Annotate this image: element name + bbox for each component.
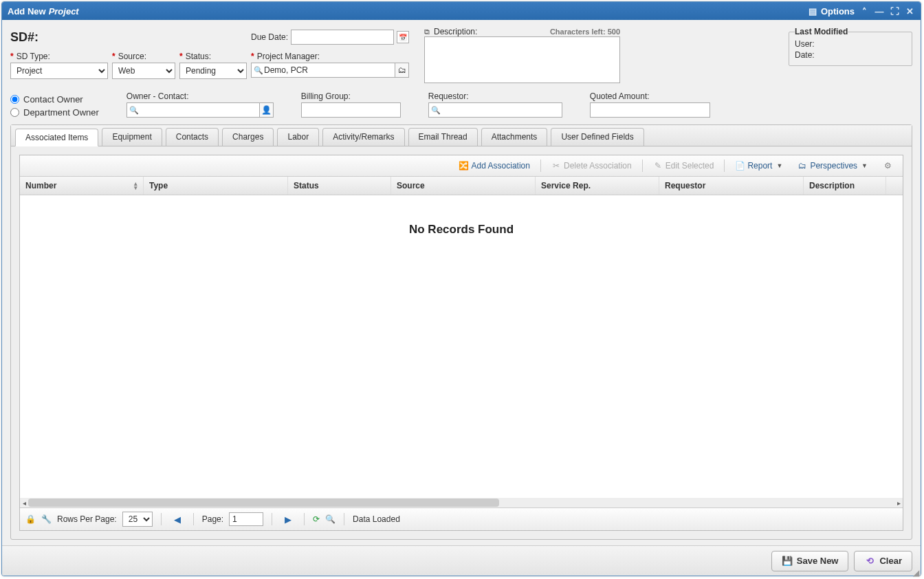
col-status[interactable]: Status: [288, 177, 391, 195]
popout-icon[interactable]: ⧉: [424, 28, 430, 36]
col-description[interactable]: Description: [804, 177, 886, 195]
col-number[interactable]: Number▴▾: [20, 177, 144, 195]
description-label: Description:: [434, 27, 477, 36]
requestor-label: Requestor:: [428, 91, 562, 101]
tab-attachments[interactable]: Attachments: [481, 128, 548, 146]
contact-owner-radio[interactable]: Contact Owner: [10, 94, 99, 105]
delete-association-button: ✂Delete Association: [545, 158, 638, 173]
last-modified-box: Last Modified User: Date:: [789, 27, 912, 66]
options-icon[interactable]: ▤: [807, 6, 818, 17]
pm-input[interactable]: [251, 63, 395, 78]
pager-status: Data Loaded: [353, 514, 400, 524]
col-source[interactable]: Source: [391, 177, 536, 195]
pm-label: Project Manager:: [257, 52, 320, 61]
grid-pager: 🔒 🔧 Rows Per Page: 25 ◀ Page: ▶ ⟳ 🔍 Data: [20, 507, 903, 530]
clear-icon: ⟲: [864, 556, 875, 567]
save-new-button[interactable]: 💾Save New: [771, 551, 849, 571]
scroll-left-icon[interactable]: ◂: [20, 499, 28, 507]
tab-activity-remarks[interactable]: Activity/Remarks: [322, 128, 404, 146]
gear-icon: ⚙: [883, 161, 892, 171]
perspectives-button[interactable]: 🗂Perspectives▼: [791, 158, 874, 173]
tab-charges[interactable]: Charges: [222, 128, 274, 146]
rows-per-page-label: Rows Per Page:: [57, 514, 117, 524]
status-select[interactable]: Pending: [179, 63, 247, 79]
sort-icon[interactable]: ▴▾: [134, 182, 138, 190]
edit-icon: ✎: [653, 161, 663, 171]
title-prefix: Add New: [8, 6, 46, 17]
tab-contacts[interactable]: Contacts: [166, 128, 219, 146]
requestor-input[interactable]: [428, 102, 562, 118]
delete-association-icon: ✂: [551, 161, 561, 171]
sd-number-label: SD#:: [10, 30, 38, 45]
required-icon: *: [10, 52, 14, 61]
page-label: Page:: [202, 514, 223, 524]
minimize-icon[interactable]: —: [874, 6, 885, 17]
add-contact-icon[interactable]: 👤: [260, 102, 274, 118]
chevron-down-icon: ▼: [861, 162, 868, 169]
report-button[interactable]: 📄Report▼: [729, 158, 789, 173]
billing-group-input[interactable]: [301, 102, 401, 118]
clear-button[interactable]: ⟲Clear: [854, 551, 912, 571]
last-modified-date: Date:: [795, 50, 906, 60]
title-suffix: Project: [49, 6, 79, 17]
owner-contact-label: Owner - Contact:: [126, 91, 274, 101]
owner-contact-input[interactable]: [126, 102, 260, 118]
col-service-rep[interactable]: Service Rep.: [536, 177, 659, 195]
tabs: Associated Items Equipment Contacts Char…: [11, 125, 912, 146]
no-records-label: No Records Found: [20, 195, 903, 498]
grid-header: Number▴▾ Type Status Source Service Rep.…: [20, 177, 903, 195]
due-date-input[interactable]: [291, 30, 394, 45]
page-input[interactable]: [229, 512, 263, 526]
lock-icon[interactable]: 🔒: [25, 514, 36, 524]
department-owner-radio[interactable]: Department Owner: [10, 107, 99, 118]
card-icon[interactable]: 🗂: [395, 63, 409, 78]
chars-left-label: Characters left: 500: [550, 28, 620, 36]
save-icon: 💾: [782, 556, 793, 567]
sd-type-label: SD Type:: [16, 52, 50, 61]
wrench-icon[interactable]: 🔧: [41, 514, 52, 524]
department-owner-input[interactable]: [10, 108, 19, 117]
last-modified-legend: Last Modified: [795, 27, 848, 36]
scrollbar-thumb[interactable]: [28, 499, 499, 507]
sd-type-select[interactable]: Project: [10, 63, 108, 79]
close-icon[interactable]: ✕: [904, 6, 915, 17]
tab-associated-items[interactable]: Associated Items: [15, 129, 98, 146]
perspectives-icon: 🗂: [798, 161, 807, 171]
rows-per-page-select[interactable]: 25: [122, 512, 153, 527]
horizontal-scrollbar[interactable]: ◂ ▸: [20, 498, 903, 507]
edit-selected-button: ✎Edit Selected: [647, 158, 720, 173]
required-icon: *: [179, 52, 183, 61]
tab-equipment[interactable]: Equipment: [102, 128, 162, 146]
settings-button[interactable]: ⚙: [877, 158, 899, 173]
tab-user-defined-fields[interactable]: User Defined Fields: [551, 128, 644, 146]
scroll-right-icon[interactable]: ▸: [894, 499, 903, 507]
source-select[interactable]: Web: [112, 63, 175, 79]
quoted-amount-input[interactable]: [590, 102, 710, 118]
description-textarea[interactable]: [424, 36, 620, 83]
titlebar[interactable]: Add New Project ▤ Options ˄ — ⛶ ✕: [2, 2, 921, 20]
footer: 💾Save New ⟲Clear: [2, 545, 921, 576]
contact-owner-input[interactable]: [10, 95, 19, 104]
tab-labor[interactable]: Labor: [277, 128, 319, 146]
add-association-button[interactable]: 🔀Add Association: [453, 158, 536, 173]
tab-email-thread[interactable]: Email Thread: [408, 128, 478, 146]
search-icon[interactable]: 🔍: [325, 514, 336, 524]
due-date-label: Due Date:: [251, 32, 288, 42]
collapse-icon[interactable]: ˄: [859, 6, 870, 17]
required-icon: *: [251, 52, 254, 61]
status-label: Status:: [186, 52, 211, 61]
options-label[interactable]: Options: [821, 6, 855, 17]
chevron-down-icon: ▼: [776, 162, 782, 169]
report-icon: 📄: [735, 161, 745, 171]
refresh-icon[interactable]: ⟳: [313, 514, 320, 524]
grid-toolbar: 🔀Add Association ✂Delete Association ✎Ed…: [20, 155, 903, 177]
maximize-icon[interactable]: ⛶: [889, 6, 900, 17]
col-requestor[interactable]: Requestor: [659, 177, 804, 195]
next-page-button[interactable]: ▶: [280, 514, 296, 525]
col-type[interactable]: Type: [144, 177, 288, 195]
prev-page-button[interactable]: ◀: [170, 514, 185, 525]
last-modified-user: User:: [795, 39, 906, 49]
add-association-icon: 🔀: [459, 161, 469, 171]
source-label: Source:: [118, 52, 146, 61]
calendar-icon[interactable]: 📅: [397, 31, 409, 43]
